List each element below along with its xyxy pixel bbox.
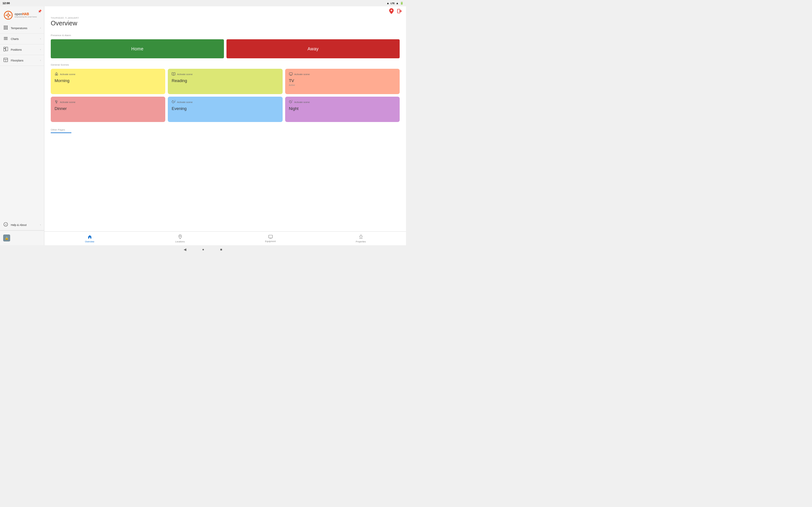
morning-scene-name: Morning xyxy=(55,78,161,83)
bottom-nav-equipment[interactable]: Equipment xyxy=(225,232,316,245)
evening-scene-name: Evening xyxy=(171,106,278,111)
scene-evening-header: Activate scene xyxy=(171,100,278,104)
svg-point-40 xyxy=(180,235,181,237)
svg-line-35 xyxy=(175,100,175,101)
sidebar-bottom: 🔒 xyxy=(0,230,44,245)
signal-icon: ▲ xyxy=(396,2,399,5)
svg-rect-13 xyxy=(4,39,8,40)
away-button[interactable]: Away xyxy=(226,39,400,58)
dinner-icon xyxy=(55,100,58,104)
logout-icon[interactable] xyxy=(397,9,402,14)
android-nav-bar: ◀ ● ■ xyxy=(0,245,406,253)
pin-icon[interactable]: 📌 xyxy=(38,9,42,13)
add-location-icon[interactable]: + xyxy=(389,8,394,15)
positions-label: Positions xyxy=(11,48,38,51)
top-action-bar: + xyxy=(44,6,406,17)
svg-rect-5 xyxy=(4,27,5,28)
scene-card-tv[interactable]: Activate scene TV Active xyxy=(285,69,400,94)
tv-scene-name: TV xyxy=(289,78,396,83)
svg-text:?: ? xyxy=(5,223,7,226)
sidebar-item-help[interactable]: ? Help & About › xyxy=(0,220,44,230)
svg-point-26 xyxy=(56,73,57,74)
lock-icon: 🔒 xyxy=(5,236,9,240)
svg-rect-16 xyxy=(6,47,8,51)
dinner-scene-name: Dinner xyxy=(55,106,161,111)
overview-nav-icon xyxy=(88,234,92,240)
status-time: 12:00 xyxy=(3,2,10,5)
svg-rect-10 xyxy=(7,29,8,30)
svg-text:+: + xyxy=(391,9,392,11)
sidebar-item-positions[interactable]: Positions › xyxy=(0,44,44,55)
tv-scene-status: Active xyxy=(289,84,396,86)
positions-chevron: › xyxy=(40,48,41,51)
overview-nav-label: Overview xyxy=(85,240,94,243)
scene-dinner-header: Activate scene xyxy=(55,100,161,104)
logo-open: open xyxy=(14,12,22,16)
logo-text: openHAB empowering the smart home xyxy=(14,13,37,18)
wifi-icon: ▲ xyxy=(386,2,389,5)
other-pages-title: Other Pages xyxy=(51,128,71,133)
scene-card-dinner[interactable]: Activate scene Dinner xyxy=(51,97,165,122)
floorplans-icon xyxy=(3,58,8,63)
sidebar-nav: Temperatures › Charts › xyxy=(0,23,44,220)
status-bar: 12:00 ▲ LTE ▲ 🔋 xyxy=(0,0,406,6)
dinner-activate-label: Activate scene xyxy=(60,101,75,104)
positions-icon xyxy=(3,47,8,52)
bottom-nav-properties[interactable]: Properties xyxy=(316,232,406,245)
scene-night-header: Activate scene xyxy=(289,100,396,104)
svg-rect-41 xyxy=(269,235,272,238)
scenes-grid: Activate scene Morning xyxy=(51,69,400,122)
android-recent-button[interactable]: ■ xyxy=(220,247,222,251)
equipment-nav-label: Equipment xyxy=(265,240,275,242)
presence-row: Home Away xyxy=(51,39,400,58)
lock-icon-container[interactable]: 🔒 xyxy=(3,234,10,241)
bottom-nav-overview[interactable]: Overview xyxy=(44,232,135,245)
properties-nav-label: Properties xyxy=(356,240,366,243)
scene-card-morning[interactable]: Activate scene Morning xyxy=(51,69,165,94)
svg-rect-12 xyxy=(4,38,8,39)
morning-activate-label: Activate scene xyxy=(60,73,75,76)
reading-activate-label: Activate scene xyxy=(177,73,193,76)
night-activate-label: Activate scene xyxy=(294,101,310,104)
page-header: Thursday, 5 January Overview xyxy=(44,17,406,31)
sidebar-item-charts[interactable]: Charts › xyxy=(0,34,44,44)
reading-icon xyxy=(171,72,175,76)
app-container: openHAB empowering the smart home 📌 xyxy=(0,6,406,253)
sidebar: openHAB empowering the smart home 📌 xyxy=(0,6,44,245)
openhab-logo-icon xyxy=(4,11,13,20)
battery-icon: 🔋 xyxy=(400,2,403,5)
svg-rect-11 xyxy=(4,37,8,38)
scene-morning-header: Activate scene xyxy=(55,72,161,76)
equipment-nav-icon xyxy=(268,235,273,239)
scene-card-evening[interactable]: Activate scene Evening xyxy=(168,97,282,122)
android-back-button[interactable]: ◀ xyxy=(184,247,186,251)
svg-rect-15 xyxy=(4,49,6,51)
scene-card-reading[interactable]: Activate scene Reading xyxy=(168,69,282,94)
night-scene-name: Night xyxy=(289,106,396,111)
svg-line-37 xyxy=(175,102,175,102)
scene-reading-header: Activate scene xyxy=(171,72,278,76)
status-icons: ▲ LTE ▲ 🔋 xyxy=(386,2,403,5)
svg-rect-4 xyxy=(7,26,8,26)
tv-icon xyxy=(289,72,293,76)
morning-icon xyxy=(55,72,58,76)
bottom-nav-locations[interactable]: Locations xyxy=(135,232,225,245)
tv-activate-label: Activate scene xyxy=(294,73,310,76)
logo-hab: HAB xyxy=(22,12,29,16)
help-chevron: › xyxy=(40,223,41,226)
sidebar-item-temperatures[interactable]: Temperatures › xyxy=(0,23,44,34)
night-icon xyxy=(289,100,293,104)
sidebar-item-floorplans[interactable]: Floorplans › xyxy=(0,55,44,66)
scene-card-night[interactable]: Activate scene Night xyxy=(285,97,400,122)
home-button[interactable]: Home xyxy=(51,39,224,58)
svg-point-38 xyxy=(292,101,292,101)
content-scroll: Presence & Alarm Home Away General Scene… xyxy=(44,31,406,231)
help-label: Help & About xyxy=(11,223,38,227)
main-content: + Thursday, 5 January Overview xyxy=(44,6,406,245)
sidebar-logo: openHAB empowering the smart home xyxy=(0,6,44,23)
svg-rect-8 xyxy=(4,29,5,30)
svg-rect-2 xyxy=(4,26,5,26)
page-date: Thursday, 5 January xyxy=(51,17,400,19)
charts-icon xyxy=(3,36,8,42)
android-home-button[interactable]: ● xyxy=(202,247,204,251)
